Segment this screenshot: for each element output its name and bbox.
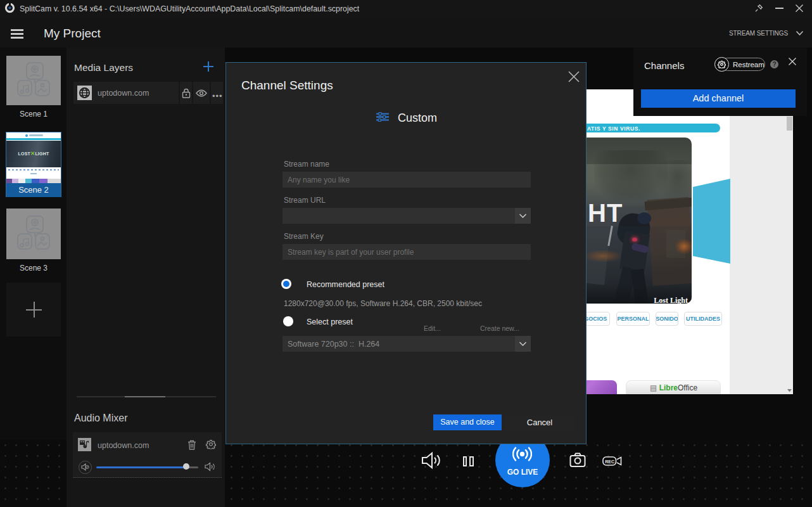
svg-text:REC: REC xyxy=(605,459,614,464)
